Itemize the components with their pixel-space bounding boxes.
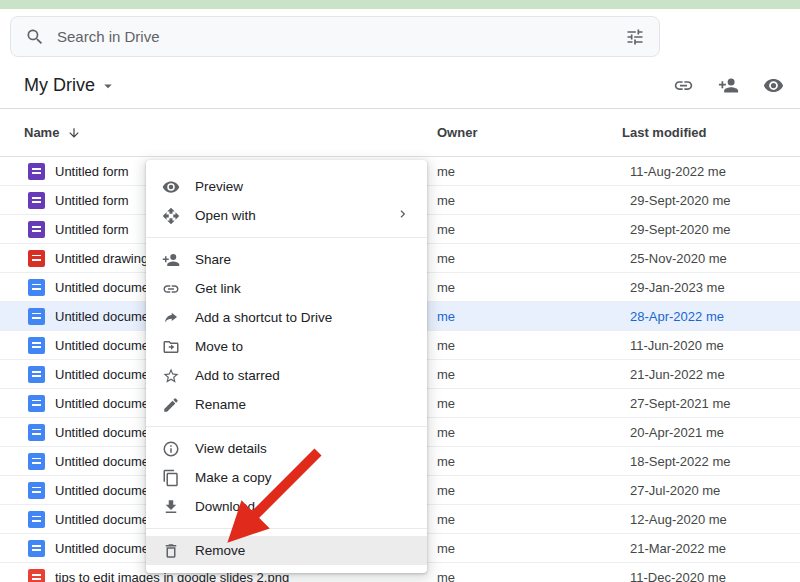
search-area: [0, 9, 800, 63]
download-icon: [162, 498, 180, 516]
column-name-sort[interactable]: Name: [24, 125, 437, 140]
get-link-button[interactable]: [670, 73, 696, 99]
menu-item-move-to[interactable]: Move to: [146, 332, 427, 361]
link-icon: [673, 75, 694, 96]
rename-pencil-icon: [162, 396, 180, 414]
context-menu: Preview Open with Share Get link Add a s…: [146, 160, 427, 573]
column-owner[interactable]: Owner: [437, 125, 622, 140]
document-file-icon: [28, 366, 45, 383]
top-strip: [0, 0, 800, 9]
document-file-icon: [28, 453, 45, 470]
share-button[interactable]: [715, 73, 741, 99]
drive-header: My Drive: [0, 63, 800, 109]
star-icon: [162, 367, 180, 385]
trash-icon: [162, 542, 180, 560]
menu-item-remove[interactable]: Remove: [146, 536, 427, 565]
eye-icon: [763, 75, 784, 96]
document-file-icon: [28, 337, 45, 354]
menu-item-view-details[interactable]: View details: [146, 434, 427, 463]
form-file-icon: [28, 192, 45, 209]
shortcut-icon: [162, 309, 180, 327]
document-file-icon: [28, 395, 45, 412]
menu-item-get-link[interactable]: Get link: [146, 274, 427, 303]
info-icon: [162, 440, 180, 458]
submenu-chevron-right-icon: [395, 206, 411, 225]
move-to-folder-icon: [162, 338, 180, 356]
document-file-icon: [28, 482, 45, 499]
column-header: Name Owner Last modified: [0, 109, 800, 157]
search-bar[interactable]: [10, 16, 660, 57]
link-icon: [162, 280, 180, 298]
menu-item-download[interactable]: Download: [146, 492, 427, 521]
menu-item-add-a-shortcut-to-drive[interactable]: Add a shortcut to Drive: [146, 303, 427, 332]
column-last-modified[interactable]: Last modified: [622, 125, 800, 140]
chevron-down-icon: [99, 77, 117, 95]
person-add-icon: [718, 75, 739, 96]
page-title: My Drive: [24, 75, 95, 96]
form-file-icon: [28, 163, 45, 180]
header-actions: [670, 73, 790, 99]
preview-button[interactable]: [760, 73, 786, 99]
copy-icon: [162, 469, 180, 487]
open-with-icon: [162, 207, 180, 225]
search-options-tune-icon[interactable]: [625, 27, 645, 47]
menu-item-make-a-copy[interactable]: Make a copy: [146, 463, 427, 492]
document-file-icon: [28, 279, 45, 296]
document-file-icon: [28, 511, 45, 528]
menu-item-rename[interactable]: Rename: [146, 390, 427, 419]
share-person-add-icon: [162, 251, 180, 269]
search-icon[interactable]: [25, 27, 45, 47]
menu-item-share[interactable]: Share: [146, 245, 427, 274]
form-file-icon: [28, 221, 45, 238]
document-file-icon: [28, 424, 45, 441]
sort-arrow-down-icon: [67, 126, 81, 140]
document-file-icon: [28, 540, 45, 557]
drawing-file-icon: [28, 250, 45, 267]
image-file-icon: [28, 569, 45, 582]
document-file-icon: [28, 308, 45, 325]
search-input[interactable]: [57, 28, 625, 45]
preview-icon: [162, 178, 180, 196]
menu-divider: [146, 528, 427, 529]
my-drive-dropdown[interactable]: My Drive: [24, 75, 117, 96]
menu-item-add-to-starred[interactable]: Add to starred: [146, 361, 427, 390]
menu-item-preview[interactable]: Preview: [146, 172, 427, 201]
menu-item-open-with[interactable]: Open with: [146, 201, 427, 230]
menu-divider: [146, 237, 427, 238]
menu-divider: [146, 426, 427, 427]
